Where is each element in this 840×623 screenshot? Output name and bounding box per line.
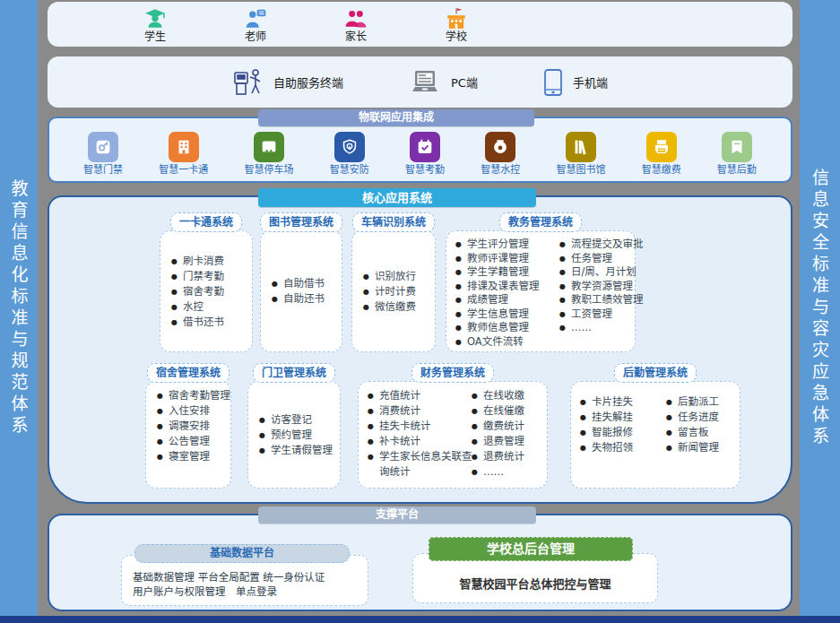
right-rail-label: 信息安全标准与容灾应急体系 xyxy=(808,169,832,448)
list-item: 成绩管理 xyxy=(455,293,556,307)
list-item: 教师评课管理 xyxy=(455,252,556,266)
system-box-dormitory: 宿舍管理系统 宿舍考勤管理 入住安排 调寝安排 公告管理 寝室管理 xyxy=(145,363,231,489)
kiosk-icon xyxy=(232,67,264,98)
system-title: 财务管理系统 xyxy=(411,363,494,383)
system-box-academic: 教务管理系统 学生评分管理 教师评课管理 学生学籍管理 排课及课表管理 成绩管理… xyxy=(446,212,636,352)
terminal-label: PC端 xyxy=(451,74,478,91)
list-item: 挂失卡统计 xyxy=(368,419,468,434)
logistics-flag-icon xyxy=(722,132,752,162)
access-control-icon xyxy=(88,132,118,162)
iot-tile-library: 智慧图书馆 xyxy=(556,132,605,176)
system-title: 车辆识别系统 xyxy=(352,212,435,232)
support-section-header: 支撑平台 xyxy=(258,506,536,523)
student-icon xyxy=(143,7,167,30)
list-item: 挂失解挂 xyxy=(580,410,662,425)
terminal-item-pc: PC端 xyxy=(408,69,478,96)
smart-campus-architecture-diagram: 教育信息化标准与规范体系 信息安全标准与容灾应急体系 学生 老师 家长 xyxy=(0,0,840,623)
list-item: 自助还书 xyxy=(272,291,342,307)
list-item: 日/周、月计划 xyxy=(559,265,644,280)
list-item: 访客登记 xyxy=(259,412,340,428)
basic-platform-line: 用户账户与权限管理 单点登录 xyxy=(133,584,359,599)
terminal-label: 手机端 xyxy=(573,74,608,91)
list-item: 刷卡消费 xyxy=(171,254,252,269)
user-label: 学校 xyxy=(446,31,467,42)
system-box-library: 图书管理系统 自助借书 自助还书 xyxy=(260,212,342,352)
iot-tile-label: 智慧后勤 xyxy=(717,165,757,176)
list-item: 任务管理 xyxy=(559,252,644,266)
list-item: 借书还书 xyxy=(171,315,252,330)
list-item: 后勤派工 xyxy=(666,394,734,410)
iot-tile-label: 智慧停车场 xyxy=(245,165,294,176)
parking-icon xyxy=(254,132,284,162)
list-item: 计时计费 xyxy=(363,284,435,299)
list-item: 排课及课表管理 xyxy=(455,280,556,294)
system-box-gate: 门卫管理系统 访客登记 预约管理 学生请假管理 xyxy=(247,363,341,489)
iot-tile-label: 智慧门禁 xyxy=(83,165,123,176)
system-box-logistics: 后勤管理系统 卡片挂失 挂失解挂 智能报修 失物招领 后勤派工 任务进度 留言板… xyxy=(570,363,740,489)
iot-tile-parking: 智慧停车场 xyxy=(245,132,294,176)
iot-tile-onecard: 智慧一卡通 xyxy=(159,132,208,176)
user-label: 学生 xyxy=(144,31,166,42)
user-item-student: 学生 xyxy=(126,7,184,42)
list-item: 自助借书 xyxy=(272,276,342,291)
list-item: 学生学籍管理 xyxy=(455,265,556,280)
list-item: …… xyxy=(559,321,644,335)
list-item: 学生请假管理 xyxy=(259,443,340,458)
basic-data-platform-title: 基础数据平台 xyxy=(134,544,350,563)
basic-platform-line: 基础数据管理 平台全局配置 统一身份认证 xyxy=(133,570,359,584)
system-title: 图书管理系统 xyxy=(260,212,342,232)
list-item: 任务进度 xyxy=(666,410,734,425)
list-item: 入住安排 xyxy=(157,403,230,419)
list-item: 失物招领 xyxy=(580,440,662,455)
list-item: 工资管理 xyxy=(559,307,644,322)
system-title: 后勤管理系统 xyxy=(614,363,697,383)
list-item: 寝室管理 xyxy=(157,449,230,464)
school-admin-content: 智慧校园平台总体把控与管理 xyxy=(459,575,611,592)
list-item: 学生信息管理 xyxy=(455,307,556,322)
list-item: 充值统计 xyxy=(368,388,468,403)
teacher-icon xyxy=(244,7,267,30)
list-item: 识别放行 xyxy=(363,269,435,284)
iot-tile-attendance: 智慧考勤 xyxy=(405,132,445,176)
list-item: 退费管理 xyxy=(472,434,541,449)
security-shield-icon xyxy=(334,132,365,162)
list-item: 智能报修 xyxy=(580,425,662,440)
user-item-school: 学校 xyxy=(428,7,485,42)
iot-tile-label: 智慧水控 xyxy=(481,165,520,176)
payment-printer-icon xyxy=(646,132,677,162)
iot-tile-logistics: 智慧后勤 xyxy=(717,132,757,176)
list-item: 教师信息管理 xyxy=(455,321,556,335)
water-control-icon xyxy=(485,132,515,162)
list-item: 教职工绩效管理 xyxy=(559,293,644,307)
attendance-calendar-icon xyxy=(410,132,440,162)
pc-icon xyxy=(408,69,442,96)
iot-tile-access: 智慧门禁 xyxy=(83,132,123,176)
list-item: 公告管理 xyxy=(157,434,230,449)
list-item: 学生家长信息关联查询统计 xyxy=(368,449,472,480)
list-item: 消费统计 xyxy=(368,403,468,419)
terminal-label: 自助服务终端 xyxy=(273,74,343,91)
terminal-item-kiosk: 自助服务终端 xyxy=(232,67,343,98)
list-item: 在线收缴 xyxy=(472,388,541,403)
iot-tile-payment: 智慧缴费 xyxy=(642,132,681,176)
list-item: 预约管理 xyxy=(259,428,340,443)
core-section-header: 核心应用系统 xyxy=(258,188,536,207)
system-title: 门卫管理系统 xyxy=(253,363,335,383)
phone-icon xyxy=(542,68,564,97)
user-label: 老师 xyxy=(245,31,266,42)
right-rail: 信息安全标准与容灾应急体系 xyxy=(800,0,840,616)
list-item: 新闻管理 xyxy=(666,440,734,455)
school-admin-title: 学校总后台管理 xyxy=(429,537,633,561)
list-item: 退费统计 xyxy=(472,449,541,464)
list-item: 学生评分管理 xyxy=(455,238,556,252)
system-box-finance: 财务管理系统 充值统计 消费统计 挂失卡统计 补卡统计 学生家长信息关联查询统计… xyxy=(358,363,548,489)
list-item: 微信缴费 xyxy=(363,299,435,315)
user-label: 家长 xyxy=(345,31,367,42)
iot-tile-label: 智慧考勤 xyxy=(405,165,445,176)
parents-icon xyxy=(344,7,368,30)
iot-tile-label: 智慧一卡通 xyxy=(159,165,208,176)
list-item: 补卡统计 xyxy=(368,434,468,449)
terminals-row: 自助服务终端 PC端 手机端 xyxy=(48,56,792,108)
list-item: 流程提交及审批 xyxy=(559,238,644,252)
list-item: 留言板 xyxy=(666,425,734,440)
